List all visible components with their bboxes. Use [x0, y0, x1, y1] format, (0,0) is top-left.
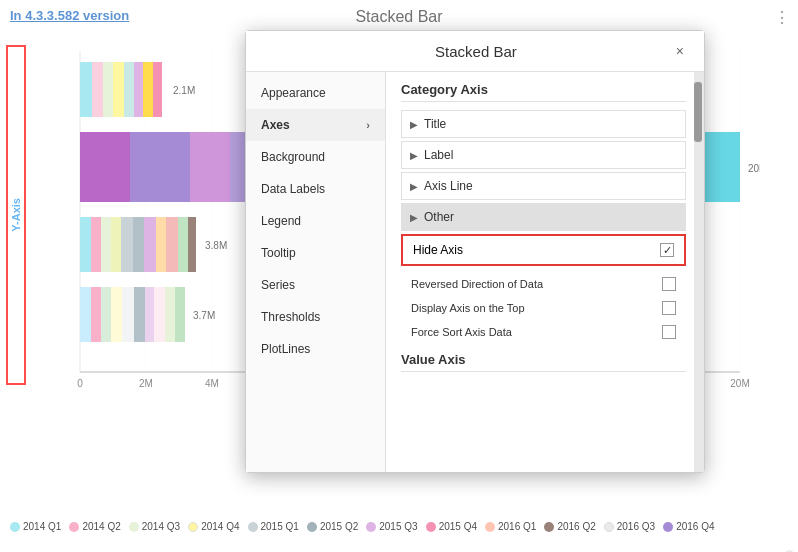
axes-chevron-icon: › — [366, 119, 370, 131]
nav-item-plotlines[interactable]: PlotLines — [246, 333, 385, 365]
value-axis-title: Value Axis — [401, 352, 686, 372]
modal-close-button[interactable]: × — [671, 41, 689, 61]
collapse-icon: ▶ — [410, 181, 418, 192]
nav-item-data-labels[interactable]: Data Labels — [246, 173, 385, 205]
nav-item-axes[interactable]: Axes › — [246, 109, 385, 141]
force-sort-checkbox[interactable] — [662, 325, 676, 339]
hide-axis-row: Hide Axis ✓ — [401, 234, 686, 266]
nav-item-thresholds[interactable]: Thresholds — [246, 301, 385, 333]
modal-dialog: Stacked Bar × Appearance Axes › Backgrou… — [245, 30, 705, 473]
hide-axis-checkbox[interactable]: ✓ — [660, 243, 674, 257]
modal-nav: Appearance Axes › Background Data Labels… — [246, 72, 386, 472]
reversed-direction-option: Reversed Direction of Data — [401, 272, 686, 296]
other-collapsible[interactable]: ▶ Other — [401, 203, 686, 231]
reversed-direction-checkbox[interactable] — [662, 277, 676, 291]
scrollbar-thumb[interactable] — [694, 82, 702, 142]
modal-header: Stacked Bar × — [246, 31, 704, 72]
nav-item-legend[interactable]: Legend — [246, 205, 385, 237]
display-axis-top-option: Display Axis on the Top — [401, 296, 686, 320]
force-sort-option: Force Sort Axis Data — [401, 320, 686, 344]
axis-line-collapsible[interactable]: ▶ Axis Line — [401, 172, 686, 200]
nav-item-background[interactable]: Background — [246, 141, 385, 173]
modal-body: Appearance Axes › Background Data Labels… — [246, 72, 704, 472]
label-collapsible[interactable]: ▶ Label — [401, 141, 686, 169]
scrollbar-track[interactable] — [694, 72, 704, 472]
category-axis-title: Category Axis — [401, 82, 686, 102]
nav-item-appearance[interactable]: Appearance — [246, 77, 385, 109]
modal-content: Category Axis ▶ Title ▶ Label ▶ Axis — [386, 72, 704, 382]
modal-title: Stacked Bar — [281, 43, 671, 60]
nav-item-tooltip[interactable]: Tooltip — [246, 237, 385, 269]
collapse-icon: ▶ — [410, 212, 418, 223]
collapse-icon: ▶ — [410, 119, 418, 130]
display-axis-top-checkbox[interactable] — [662, 301, 676, 315]
title-collapsible[interactable]: ▶ Title — [401, 110, 686, 138]
collapse-icon: ▶ — [410, 150, 418, 161]
nav-item-series[interactable]: Series — [246, 269, 385, 301]
chart-area: Stacked Bar In 4.3.3.582 version ⋮ Y-Axi… — [0, 0, 798, 552]
